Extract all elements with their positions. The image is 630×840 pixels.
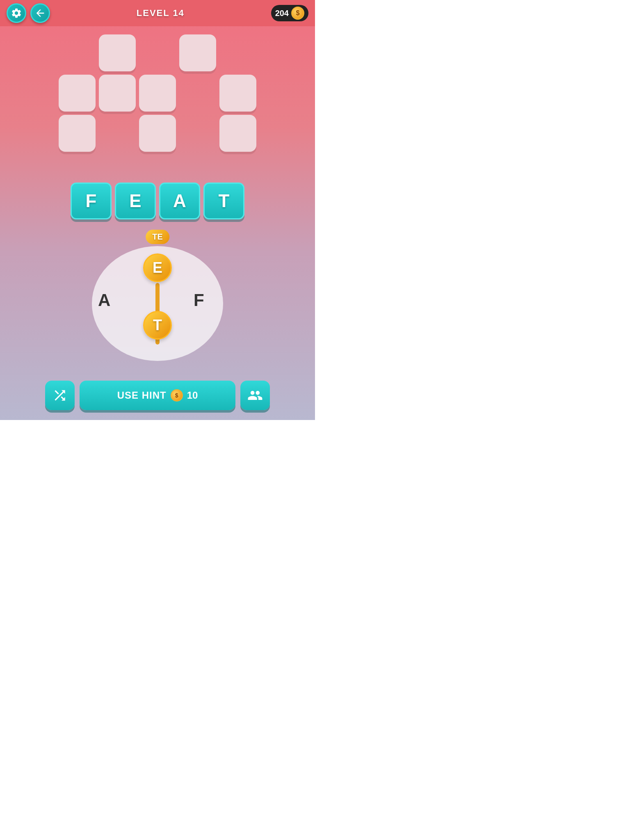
wheel-area: TE E A F T [92, 230, 223, 361]
grid-cell-empty [219, 34, 256, 71]
found-word-area: F E A T [0, 183, 315, 219]
letter-t-circle[interactable]: T [143, 311, 172, 340]
grid-cell [139, 115, 176, 152]
word-tile-a: A [159, 183, 200, 219]
hint-button[interactable]: USE HINT $ 10 [80, 381, 235, 410]
grid-cell [59, 115, 96, 152]
letter-e-position[interactable]: E [143, 253, 172, 282]
grid-cell [179, 34, 216, 71]
level-title: LEVEL 14 [137, 8, 185, 18]
gear-icon [11, 7, 22, 19]
grid-cell [219, 75, 256, 112]
letter-a[interactable]: A [98, 290, 110, 310]
settings-button[interactable] [7, 3, 26, 23]
back-arrow-icon [34, 7, 46, 19]
grid-cell-empty [99, 115, 136, 152]
grid-cell [99, 34, 136, 71]
hint-button-label: USE HINT [117, 390, 167, 401]
header-left [7, 3, 50, 23]
current-word-bubble: TE [146, 230, 169, 244]
word-tile-f: F [71, 183, 112, 219]
grid-cell-empty [179, 115, 216, 152]
shuffle-icon [52, 388, 68, 403]
coin-icon: $ [291, 7, 304, 20]
grid-row-1 [59, 34, 256, 71]
grid-cell [219, 115, 256, 152]
grid-cell-empty [59, 34, 96, 71]
friends-icon [247, 388, 263, 403]
friends-button[interactable] [240, 381, 270, 410]
hint-coin-icon: $ [171, 389, 183, 402]
grid-row-3 [59, 115, 256, 152]
back-button[interactable] [30, 3, 50, 23]
grid-cell-empty [139, 34, 176, 71]
grid-cell [139, 75, 176, 112]
letter-t-position[interactable]: T [143, 311, 172, 340]
coins-display: 204 $ [271, 5, 308, 21]
letter-e-circle[interactable]: E [143, 253, 172, 282]
grid-cell-empty [179, 75, 216, 112]
coins-value: 204 [275, 9, 289, 18]
grid-cell [59, 75, 96, 112]
grid-cell [99, 75, 136, 112]
word-tile-e: E [115, 183, 156, 219]
hint-cost: 10 [187, 390, 198, 401]
bottom-bar: USE HINT $ 10 [0, 381, 315, 410]
grid-row-2 [59, 75, 256, 112]
puzzle-area [0, 33, 315, 153]
header: LEVEL 14 204 $ [0, 0, 315, 26]
shuffle-button[interactable] [45, 381, 75, 410]
word-tile-t: T [203, 183, 244, 219]
letter-f[interactable]: F [194, 290, 204, 310]
